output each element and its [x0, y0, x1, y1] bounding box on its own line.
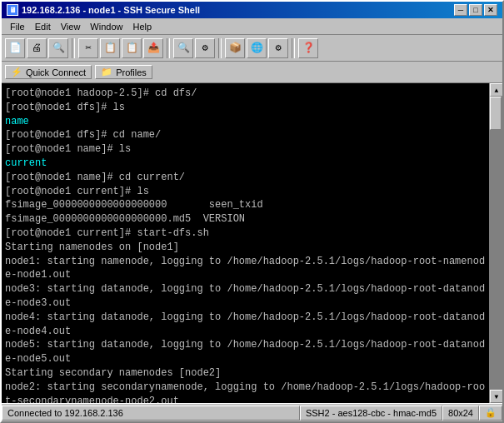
terminal-wrapper: [root@node1 hadoop-2.5]# cd dfs/[root@no…	[2, 83, 502, 403]
toolbar-separator-1	[72, 38, 75, 58]
terminal-line: e-node3.out	[5, 296, 486, 311]
status-connection: Connected to 192.168.2.136	[2, 406, 300, 421]
maximize-button[interactable]: □	[469, 4, 482, 16]
app-icon: 🖥	[7, 4, 18, 16]
quick-connect-label: Quick Connect	[26, 67, 86, 77]
menu-window[interactable]: Window	[85, 20, 127, 33]
menu-view[interactable]: View	[56, 20, 86, 33]
toolbar-search[interactable]: 🔍	[48, 38, 68, 58]
quick-bar: ⚡ Quick Connect 📁 Profiles	[2, 62, 502, 83]
encryption-text: SSH2 - aes128-cbc - hmac-md5	[306, 408, 437, 418]
menu-bar: File Edit View Window Help	[2, 18, 502, 35]
menu-help[interactable]: Help	[127, 20, 157, 33]
window-frame: 🖥 192.168.2.136 - node1 - SSH Secure She…	[0, 0, 504, 423]
scroll-up-button[interactable]: ▲	[490, 83, 502, 97]
terminal-line: [root@node1 current]# start-dfs.sh	[5, 226, 486, 241]
terminal-line: current	[5, 157, 486, 171]
terminal-line: e-node4.out	[5, 325, 486, 339]
toolbar-network[interactable]: 🌐	[247, 38, 267, 58]
terminal-line: node3: starting datanode, logging to /ho…	[5, 282, 486, 296]
status-icon: 🔒	[479, 406, 502, 421]
scroll-thumb[interactable]	[490, 97, 502, 130]
terminal-line: Starting namenodes on [node1]	[5, 241, 486, 255]
toolbar-transfer[interactable]: 📦	[225, 38, 245, 58]
toolbar: 📄 🖨 🔍 ✂ 📋 📋 📤 🔍 ⚙ 📦 🌐 ⚙ ❓	[2, 35, 502, 62]
toolbar-separator-2	[167, 38, 170, 58]
profiles-label: Profiles	[116, 67, 147, 77]
connection-text: Connected to 192.168.2.136	[7, 408, 123, 418]
toolbar-cut[interactable]: ✂	[78, 38, 98, 58]
title-bar-left: 🖥 192.168.2.136 - node1 - SSH Secure She…	[7, 4, 200, 16]
toolbar-copy[interactable]: 📋	[100, 38, 120, 58]
status-encryption: SSH2 - aes128-cbc - hmac-md5	[300, 406, 442, 421]
profiles-button[interactable]: 📁 Profiles	[95, 65, 152, 79]
toolbar-settings[interactable]: ⚙	[195, 38, 215, 58]
menu-file[interactable]: File	[5, 20, 30, 33]
close-button[interactable]: ✕	[484, 4, 497, 16]
terminal-line: [root@node1 dfs]# ls	[5, 101, 486, 115]
toolbar-print[interactable]: 🖨	[27, 38, 47, 58]
toolbar-help[interactable]: ❓	[298, 38, 318, 58]
terminal-line: [root@node1 name]# cd current/	[5, 171, 486, 185]
terminal-line: node2: starting secondarynamenode, loggi…	[5, 381, 486, 395]
scroll-track[interactable]	[490, 97, 502, 390]
size-text: 80x24	[448, 408, 473, 418]
toolbar-separator-3	[218, 38, 222, 58]
title-bar: 🖥 192.168.2.136 - node1 - SSH Secure She…	[2, 2, 502, 18]
status-bar: Connected to 192.168.2.136 SSH2 - aes128…	[2, 403, 502, 421]
minimize-button[interactable]: ─	[454, 4, 467, 16]
quick-connect-button[interactable]: ⚡ Quick Connect	[5, 65, 92, 79]
toolbar-find[interactable]: 🔍	[173, 38, 193, 58]
profiles-icon: 📁	[101, 67, 112, 77]
terminal-line: [root@node1 current]# ls	[5, 185, 486, 199]
terminal-line: e-node1.out	[5, 268, 486, 282]
title-buttons: ─ □ ✕	[454, 4, 497, 16]
terminal-line: node4: starting datanode, logging to /ho…	[5, 311, 486, 325]
terminal-line: Starting secondary namenodes [node2]	[5, 366, 486, 381]
terminal-content[interactable]: [root@node1 hadoop-2.5]# cd dfs/[root@no…	[2, 83, 489, 403]
status-size: 80x24	[442, 406, 479, 421]
toolbar-new[interactable]: 📄	[5, 38, 25, 58]
terminal-line: node1: starting namenode, logging to /ho…	[5, 255, 486, 269]
terminal-line: node5: starting datanode, logging to /ho…	[5, 338, 486, 352]
toolbar-paste[interactable]: 📋	[122, 38, 142, 58]
toolbar-config[interactable]: ⚙	[268, 38, 288, 58]
terminal-line: t-secondarynamenode-node2.out	[5, 395, 486, 403]
terminal-line: [root@node1 name]# ls	[5, 142, 486, 157]
terminal-line: fsimage_0000000000000000000.md5 VERSION	[5, 212, 486, 226]
terminal-line: fsimage_0000000000000000000 seen_txid	[5, 198, 486, 212]
terminal-line: [root@node1 hadoop-2.5]# cd dfs/	[5, 87, 486, 101]
terminal-line: [root@node1 dfs]# cd name/	[5, 128, 486, 142]
terminal-scrollbar: ▲ ▼	[489, 83, 502, 403]
menu-edit[interactable]: Edit	[30, 20, 56, 33]
terminal-line: name	[5, 115, 486, 129]
window-title: 192.168.2.136 - node1 - SSH Secure Shell	[22, 5, 200, 15]
quick-connect-icon: ⚡	[11, 67, 22, 77]
toolbar-separator-4	[292, 38, 295, 58]
lock-icon: 🔒	[485, 407, 497, 418]
terminal-line: e-node5.out	[5, 352, 486, 366]
toolbar-upload[interactable]: 📤	[143, 38, 163, 58]
scroll-down-button[interactable]: ▼	[490, 390, 502, 403]
